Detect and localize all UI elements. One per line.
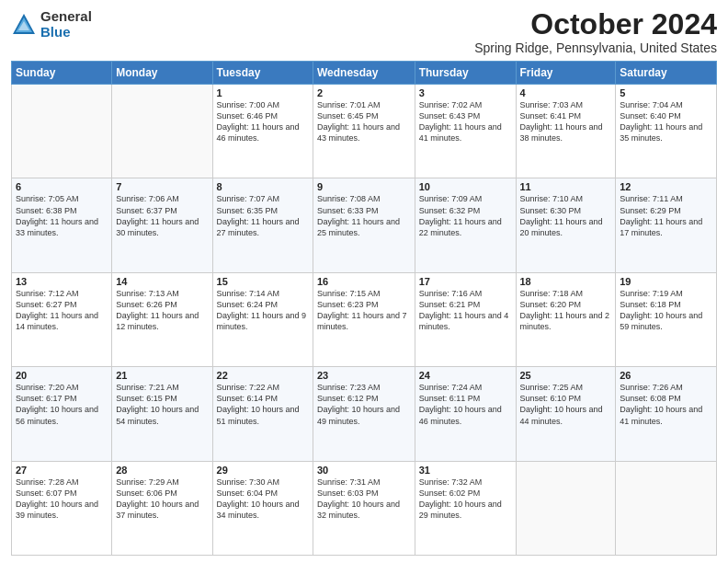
day-number: 24 — [419, 370, 512, 381]
calendar-cell: 20Sunrise: 7:20 AM Sunset: 6:17 PM Dayli… — [12, 367, 112, 461]
page: General Blue October 2024 Spring Ridge, … — [0, 0, 728, 563]
day-info: Sunrise: 7:00 AM Sunset: 6:46 PM Dayligh… — [217, 99, 309, 144]
calendar-cell — [616, 461, 717, 555]
calendar-cell: 8Sunrise: 7:07 AM Sunset: 6:35 PM Daylig… — [212, 178, 313, 272]
title-location: Spring Ridge, Pennsylvania, United State… — [474, 40, 717, 55]
day-info: Sunrise: 7:10 AM Sunset: 6:30 PM Dayligh… — [520, 193, 612, 238]
calendar-cell: 5Sunrise: 7:04 AM Sunset: 6:40 PM Daylig… — [616, 85, 717, 178]
day-number: 7 — [116, 181, 208, 192]
calendar-cell: 18Sunrise: 7:18 AM Sunset: 6:20 PM Dayli… — [516, 272, 616, 366]
col-header-wednesday: Wednesday — [313, 62, 415, 85]
day-info: Sunrise: 7:20 AM Sunset: 6:17 PM Dayligh… — [16, 382, 108, 427]
day-info: Sunrise: 7:18 AM Sunset: 6:20 PM Dayligh… — [520, 288, 612, 333]
day-number: 18 — [520, 276, 612, 287]
col-header-sunday: Sunday — [12, 62, 112, 85]
calendar-row: 20Sunrise: 7:20 AM Sunset: 6:17 PM Dayli… — [12, 367, 717, 461]
calendar-row: 27Sunrise: 7:28 AM Sunset: 6:07 PM Dayli… — [12, 461, 717, 555]
calendar-cell: 29Sunrise: 7:30 AM Sunset: 6:04 PM Dayli… — [212, 461, 313, 555]
day-info: Sunrise: 7:02 AM Sunset: 6:43 PM Dayligh… — [419, 99, 512, 144]
calendar-cell: 25Sunrise: 7:25 AM Sunset: 6:10 PM Dayli… — [516, 367, 616, 461]
day-info: Sunrise: 7:07 AM Sunset: 6:35 PM Dayligh… — [217, 193, 309, 238]
calendar-cell: 13Sunrise: 7:12 AM Sunset: 6:27 PM Dayli… — [12, 272, 112, 366]
day-number: 16 — [317, 276, 411, 287]
day-number: 23 — [317, 370, 411, 381]
day-number: 5 — [620, 87, 712, 98]
day-info: Sunrise: 7:13 AM Sunset: 6:26 PM Dayligh… — [116, 288, 208, 333]
col-header-friday: Friday — [516, 62, 616, 85]
title-block: October 2024 Spring Ridge, Pennsylvania,… — [474, 9, 717, 55]
calendar-cell: 23Sunrise: 7:23 AM Sunset: 6:12 PM Dayli… — [313, 367, 415, 461]
day-info: Sunrise: 7:05 AM Sunset: 6:38 PM Dayligh… — [16, 193, 108, 238]
day-number: 21 — [116, 370, 208, 381]
calendar-cell: 26Sunrise: 7:26 AM Sunset: 6:08 PM Dayli… — [616, 367, 717, 461]
logo-blue: Blue — [40, 25, 92, 40]
day-info: Sunrise: 7:32 AM Sunset: 6:02 PM Dayligh… — [419, 477, 512, 522]
calendar-row: 6Sunrise: 7:05 AM Sunset: 6:38 PM Daylig… — [12, 178, 717, 272]
day-number: 17 — [419, 276, 512, 287]
day-number: 30 — [317, 465, 411, 476]
day-info: Sunrise: 7:26 AM Sunset: 6:08 PM Dayligh… — [620, 382, 712, 427]
calendar-cell: 9Sunrise: 7:08 AM Sunset: 6:33 PM Daylig… — [313, 178, 415, 272]
logo: General Blue — [11, 9, 92, 40]
col-header-thursday: Thursday — [415, 62, 516, 85]
day-info: Sunrise: 7:24 AM Sunset: 6:11 PM Dayligh… — [419, 382, 512, 427]
day-number: 11 — [520, 181, 612, 192]
day-number: 31 — [419, 465, 512, 476]
day-number: 20 — [16, 370, 108, 381]
col-header-tuesday: Tuesday — [212, 62, 313, 85]
day-info: Sunrise: 7:30 AM Sunset: 6:04 PM Dayligh… — [217, 477, 309, 522]
calendar-cell: 7Sunrise: 7:06 AM Sunset: 6:37 PM Daylig… — [112, 178, 212, 272]
day-info: Sunrise: 7:03 AM Sunset: 6:41 PM Dayligh… — [520, 99, 612, 144]
day-number: 22 — [217, 370, 309, 381]
col-header-monday: Monday — [112, 62, 212, 85]
calendar-cell: 28Sunrise: 7:29 AM Sunset: 6:06 PM Dayli… — [112, 461, 212, 555]
day-info: Sunrise: 7:09 AM Sunset: 6:32 PM Dayligh… — [419, 193, 512, 238]
day-number: 3 — [419, 87, 512, 98]
day-info: Sunrise: 7:21 AM Sunset: 6:15 PM Dayligh… — [116, 382, 208, 427]
calendar-cell: 31Sunrise: 7:32 AM Sunset: 6:02 PM Dayli… — [415, 461, 516, 555]
day-info: Sunrise: 7:01 AM Sunset: 6:45 PM Dayligh… — [317, 99, 411, 144]
col-header-saturday: Saturday — [616, 62, 717, 85]
day-number: 8 — [217, 181, 309, 192]
day-number: 2 — [317, 87, 411, 98]
calendar-cell: 27Sunrise: 7:28 AM Sunset: 6:07 PM Dayli… — [12, 461, 112, 555]
calendar-cell: 15Sunrise: 7:14 AM Sunset: 6:24 PM Dayli… — [212, 272, 313, 366]
day-info: Sunrise: 7:12 AM Sunset: 6:27 PM Dayligh… — [16, 288, 108, 333]
calendar-cell: 22Sunrise: 7:22 AM Sunset: 6:14 PM Dayli… — [212, 367, 313, 461]
header-row: SundayMondayTuesdayWednesdayThursdayFrid… — [12, 62, 717, 85]
calendar-cell: 12Sunrise: 7:11 AM Sunset: 6:29 PM Dayli… — [616, 178, 717, 272]
day-number: 26 — [620, 370, 712, 381]
calendar-row: 1Sunrise: 7:00 AM Sunset: 6:46 PM Daylig… — [12, 85, 717, 178]
day-number: 6 — [16, 181, 108, 192]
calendar-cell: 16Sunrise: 7:15 AM Sunset: 6:23 PM Dayli… — [313, 272, 415, 366]
day-info: Sunrise: 7:11 AM Sunset: 6:29 PM Dayligh… — [620, 193, 712, 238]
day-number: 19 — [620, 276, 712, 287]
calendar-cell: 6Sunrise: 7:05 AM Sunset: 6:38 PM Daylig… — [12, 178, 112, 272]
day-info: Sunrise: 7:23 AM Sunset: 6:12 PM Dayligh… — [317, 382, 411, 427]
calendar-cell — [12, 85, 112, 178]
day-number: 9 — [317, 181, 411, 192]
day-number: 14 — [116, 276, 208, 287]
calendar-cell: 19Sunrise: 7:19 AM Sunset: 6:18 PM Dayli… — [616, 272, 717, 366]
day-info: Sunrise: 7:14 AM Sunset: 6:24 PM Dayligh… — [217, 288, 309, 333]
header: General Blue October 2024 Spring Ridge, … — [11, 9, 717, 55]
day-info: Sunrise: 7:29 AM Sunset: 6:06 PM Dayligh… — [116, 477, 208, 522]
logo-icon — [11, 12, 37, 38]
day-info: Sunrise: 7:06 AM Sunset: 6:37 PM Dayligh… — [116, 193, 208, 238]
calendar-cell: 4Sunrise: 7:03 AM Sunset: 6:41 PM Daylig… — [516, 85, 616, 178]
logo-general: General — [40, 9, 92, 25]
day-number: 1 — [217, 87, 309, 98]
calendar-cell — [112, 85, 212, 178]
calendar-cell: 14Sunrise: 7:13 AM Sunset: 6:26 PM Dayli… — [112, 272, 212, 366]
day-info: Sunrise: 7:16 AM Sunset: 6:21 PM Dayligh… — [419, 288, 512, 333]
day-number: 10 — [419, 181, 512, 192]
day-info: Sunrise: 7:04 AM Sunset: 6:40 PM Dayligh… — [620, 99, 712, 144]
day-info: Sunrise: 7:19 AM Sunset: 6:18 PM Dayligh… — [620, 288, 712, 333]
calendar-cell — [516, 461, 616, 555]
day-info: Sunrise: 7:28 AM Sunset: 6:07 PM Dayligh… — [16, 477, 108, 522]
calendar-row: 13Sunrise: 7:12 AM Sunset: 6:27 PM Dayli… — [12, 272, 717, 366]
day-info: Sunrise: 7:25 AM Sunset: 6:10 PM Dayligh… — [520, 382, 612, 427]
calendar-cell: 30Sunrise: 7:31 AM Sunset: 6:03 PM Dayli… — [313, 461, 415, 555]
calendar-table: SundayMondayTuesdayWednesdayThursdayFrid… — [11, 61, 717, 556]
day-number: 13 — [16, 276, 108, 287]
